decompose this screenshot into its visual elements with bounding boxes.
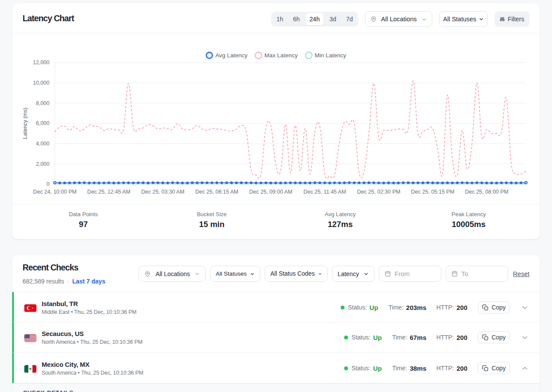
- svg-text:Dec 25, 11:45 AM: Dec 25, 11:45 AM: [303, 189, 346, 195]
- svg-text:10,000: 10,000: [33, 80, 49, 86]
- svg-text:Dec 24, 10:00 PM: Dec 24, 10:00 PM: [33, 189, 76, 195]
- svg-text:Latency (ms): Latency (ms): [22, 108, 28, 139]
- svg-text:Dec 25, 03:30 AM: Dec 25, 03:30 AM: [141, 189, 184, 195]
- svg-text:Dec 25, 06:15 AM: Dec 25, 06:15 AM: [195, 189, 238, 195]
- svg-text:Dec 25, 08:00 PM: Dec 25, 08:00 PM: [465, 189, 508, 195]
- svg-text:Dec 25, 05:15 PM: Dec 25, 05:15 PM: [411, 189, 454, 195]
- svg-text:Dec 25, 02:30 PM: Dec 25, 02:30 PM: [357, 189, 401, 195]
- svg-text:6,000: 6,000: [36, 120, 49, 126]
- svg-text:4,000: 4,000: [36, 141, 49, 147]
- svg-text:Dec 25, 09:00 AM: Dec 25, 09:00 AM: [249, 189, 292, 195]
- svg-text:Dec 25, 12:45 AM: Dec 25, 12:45 AM: [87, 189, 130, 195]
- svg-text:0: 0: [46, 181, 49, 187]
- svg-text:2,000: 2,000: [36, 161, 49, 167]
- svg-text:8,000: 8,000: [36, 100, 49, 106]
- svg-text:12,000: 12,000: [33, 59, 49, 66]
